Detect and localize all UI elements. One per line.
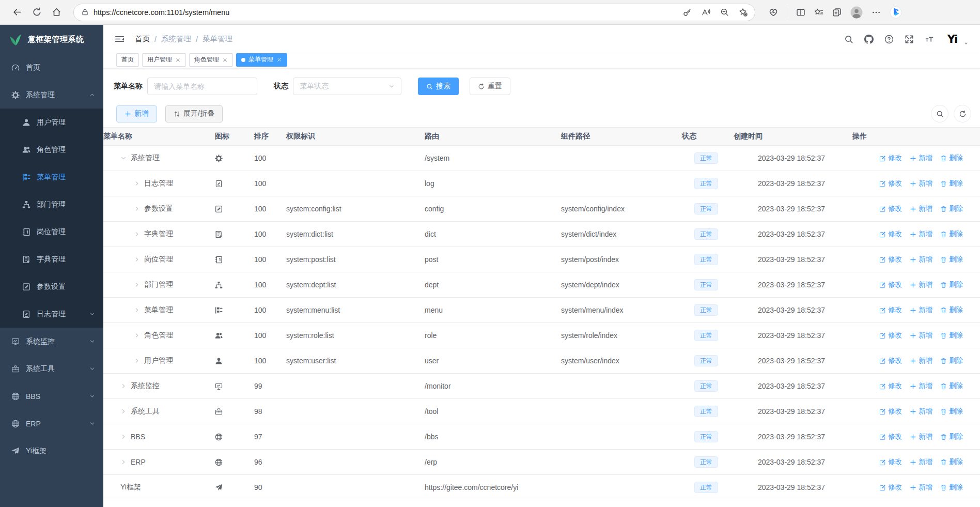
delete-row-button[interactable]: 删除 <box>940 305 963 315</box>
browser-essentials-icon[interactable] <box>769 8 778 17</box>
edit-row-button[interactable]: 修改 <box>879 457 902 467</box>
read-aloud-icon[interactable] <box>702 8 710 17</box>
delete-row-button[interactable]: 删除 <box>940 204 963 213</box>
bing-icon[interactable] <box>890 6 902 19</box>
show-search-button[interactable] <box>931 105 948 122</box>
add-row-button[interactable]: 新增 <box>910 305 932 315</box>
status-select[interactable]: 菜单状态 <box>293 78 401 95</box>
add-row-button[interactable]: 新增 <box>910 153 932 163</box>
chevron-right-icon[interactable] <box>120 383 127 389</box>
add-row-button[interactable]: 新增 <box>910 331 932 340</box>
add-row-button[interactable]: 新增 <box>910 483 932 492</box>
edit-row-button[interactable]: 修改 <box>879 483 902 492</box>
profile-icon[interactable] <box>850 6 863 19</box>
breadcrumb-item[interactable]: /系统管理 <box>154 34 191 44</box>
edit-row-button[interactable]: 修改 <box>879 204 902 213</box>
collections-icon[interactable] <box>832 8 842 17</box>
sidebar-item[interactable]: 部门管理 <box>0 191 103 218</box>
search-button[interactable]: 搜索 <box>418 78 459 95</box>
chevron-right-icon[interactable] <box>134 256 140 263</box>
edit-row-button[interactable]: 修改 <box>879 280 902 289</box>
chevron-right-icon[interactable] <box>134 332 140 339</box>
view-tab[interactable]: 用户管理 <box>142 53 186 67</box>
edit-row-button[interactable]: 修改 <box>879 229 902 239</box>
delete-row-button[interactable]: 删除 <box>940 356 963 365</box>
split-screen-icon[interactable] <box>796 8 805 17</box>
app-logo[interactable]: 意框架管理系统 <box>0 25 103 54</box>
chevron-down-icon[interactable] <box>120 155 127 161</box>
add-row-button[interactable]: 新增 <box>910 204 932 213</box>
add-button[interactable]: 新增 <box>116 105 157 122</box>
edit-row-button[interactable]: 修改 <box>879 255 902 264</box>
chevron-right-icon[interactable] <box>134 180 140 187</box>
more-icon[interactable] <box>872 8 881 17</box>
delete-row-button[interactable]: 删除 <box>940 255 963 264</box>
browser-nav-button[interactable] <box>28 4 45 21</box>
browser-nav-button[interactable] <box>8 4 26 21</box>
view-tab[interactable]: 角色管理 <box>189 53 233 67</box>
sidebar-item[interactable]: 系统管理 <box>0 81 103 109</box>
chevron-right-icon[interactable] <box>134 231 140 237</box>
view-tab[interactable]: 菜单管理 <box>236 53 287 67</box>
font-size-icon[interactable] <box>925 35 934 44</box>
sidebar-item[interactable]: 菜单管理 <box>0 163 103 191</box>
delete-row-button[interactable]: 删除 <box>940 280 963 289</box>
sidebar-item[interactable]: 角色管理 <box>0 136 103 163</box>
delete-row-button[interactable]: 删除 <box>940 407 963 416</box>
sidebar-item[interactable]: Yi框架 <box>0 437 103 465</box>
delete-row-button[interactable]: 删除 <box>940 331 963 340</box>
sidebar-item[interactable]: 日志管理 <box>0 300 103 328</box>
add-row-button[interactable]: 新增 <box>910 407 932 416</box>
favorites-icon[interactable] <box>814 8 823 17</box>
add-row-button[interactable]: 新增 <box>910 179 932 188</box>
add-favorite-icon[interactable] <box>739 8 748 17</box>
add-row-button[interactable]: 新增 <box>910 381 932 391</box>
edit-row-button[interactable]: 修改 <box>879 305 902 315</box>
edit-row-button[interactable]: 修改 <box>879 331 902 340</box>
sidebar-item[interactable]: 首页 <box>0 54 103 81</box>
sidebar-item[interactable]: 字典管理 <box>0 245 103 273</box>
chevron-right-icon[interactable] <box>134 282 140 288</box>
breadcrumb-item[interactable]: /首页 <box>135 34 150 44</box>
breadcrumb-item[interactable]: /菜单管理 <box>196 34 232 44</box>
delete-row-button[interactable]: 删除 <box>940 381 963 391</box>
edit-row-button[interactable]: 修改 <box>879 179 902 188</box>
sidebar-toggle-icon[interactable] <box>115 34 125 44</box>
zoom-out-icon[interactable] <box>720 8 729 17</box>
edit-row-button[interactable]: 修改 <box>879 407 902 416</box>
browser-nav-button[interactable] <box>48 4 65 21</box>
chevron-right-icon[interactable] <box>120 408 127 414</box>
chevron-right-icon[interactable] <box>134 307 140 313</box>
delete-row-button[interactable]: 删除 <box>940 432 963 441</box>
add-row-button[interactable]: 新增 <box>910 255 932 264</box>
sidebar-item[interactable]: 参数设置 <box>0 273 103 300</box>
sidebar-item[interactable]: 用户管理 <box>0 109 103 136</box>
edit-row-button[interactable]: 修改 <box>879 432 902 441</box>
chevron-right-icon[interactable] <box>134 206 140 212</box>
refresh-table-button[interactable] <box>954 105 971 122</box>
delete-row-button[interactable]: 删除 <box>940 153 963 163</box>
delete-row-button[interactable]: 删除 <box>940 457 963 467</box>
delete-row-button[interactable]: 删除 <box>940 179 963 188</box>
chevron-right-icon[interactable] <box>120 459 127 465</box>
add-row-button[interactable]: 新增 <box>910 457 932 467</box>
fullscreen-icon[interactable] <box>905 35 914 44</box>
sidebar-item[interactable]: ERP <box>0 410 103 437</box>
expand-collapse-button[interactable]: 展开/折叠 <box>165 105 223 122</box>
add-row-button[interactable]: 新增 <box>910 229 932 239</box>
search-icon[interactable] <box>844 35 853 44</box>
sidebar-item[interactable]: 系统工具 <box>0 355 103 382</box>
address-bar[interactable]: https://ccnetcore.com:1101/system/menu <box>73 4 755 21</box>
view-tab[interactable]: 首页 <box>116 53 139 67</box>
reset-button[interactable]: 重置 <box>470 78 510 95</box>
menu-name-input[interactable] <box>147 78 257 95</box>
close-icon[interactable] <box>175 57 181 63</box>
question-icon[interactable] <box>884 35 894 44</box>
sidebar-item[interactable]: 岗位管理 <box>0 218 103 245</box>
github-icon[interactable] <box>864 35 874 44</box>
close-icon[interactable] <box>276 57 282 63</box>
delete-row-button[interactable]: 删除 <box>940 483 963 492</box>
edit-row-button[interactable]: 修改 <box>879 381 902 391</box>
edit-row-button[interactable]: 修改 <box>879 153 902 163</box>
chevron-right-icon[interactable] <box>120 434 127 440</box>
